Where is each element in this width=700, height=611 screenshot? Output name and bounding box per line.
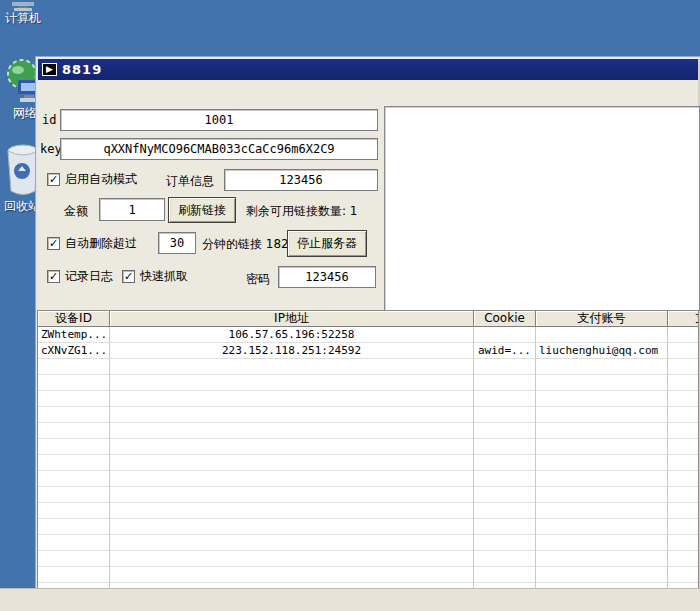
- auto-mode-label: 启用自动模式: [65, 171, 137, 188]
- table-cell: [668, 455, 698, 471]
- table-cell: [474, 423, 536, 439]
- table-cell: [474, 567, 536, 583]
- table-row-empty: [38, 439, 698, 455]
- table-cell: [474, 359, 536, 375]
- table-cell: [668, 359, 698, 375]
- remaining-links-label: 剩余可用链接数量: 1: [246, 203, 358, 220]
- table-cell: [474, 551, 536, 567]
- table-cell: [536, 375, 668, 391]
- table-cell: 223.152.118.251:24592: [110, 343, 474, 359]
- table-cell: [536, 487, 668, 503]
- checkbox-check-icon: ✓: [47, 173, 60, 186]
- auto-delete-label: 自动删除超过: [65, 235, 137, 252]
- table-cell: [668, 503, 698, 519]
- id-label: id: [42, 113, 56, 127]
- auto-delete-checkbox[interactable]: ✓ 自动删除超过: [47, 235, 137, 252]
- quick-capture-checkbox[interactable]: ✓ 快速抓取: [122, 268, 188, 285]
- table-cell: [110, 455, 474, 471]
- table-row-empty: [38, 551, 698, 567]
- table-cell: [110, 391, 474, 407]
- table-cell: [474, 407, 536, 423]
- table-cell: [110, 407, 474, 423]
- table-cell: liuchenghui@qq.com: [536, 343, 668, 359]
- table-cell: [668, 551, 698, 567]
- window-client-area: id key ✓ 启用自动模式 订单信息 金额 刷新链接 剩余可用链接数量: 1…: [38, 80, 698, 589]
- amount-input[interactable]: [99, 198, 165, 221]
- table-cell: [38, 567, 110, 583]
- table-cell: [474, 439, 536, 455]
- table-cell: [536, 407, 668, 423]
- table-cell: [536, 359, 668, 375]
- table-cell: [536, 567, 668, 583]
- table-cell: [110, 487, 474, 503]
- table-cell: [536, 391, 668, 407]
- password-label: 密码: [246, 271, 270, 288]
- key-input[interactable]: [60, 138, 378, 160]
- order-info-input[interactable]: [224, 169, 378, 191]
- table-cell: [668, 343, 698, 359]
- table-cell: [668, 567, 698, 583]
- table-cell: [668, 535, 698, 551]
- auto-delete-minutes-input[interactable]: [158, 232, 196, 254]
- table-cell: [38, 391, 110, 407]
- table-cell: [668, 439, 698, 455]
- table-row-empty: [38, 407, 698, 423]
- table-cell: [474, 487, 536, 503]
- refresh-link-button[interactable]: 刷新链接: [168, 197, 236, 223]
- table-cell: [38, 519, 110, 535]
- table-cell: [38, 487, 110, 503]
- table-cell: [536, 551, 668, 567]
- column-header-4[interactable]: 支付: [668, 311, 699, 327]
- table-row[interactable]: cXNvZG1...223.152.118.251:24592awid=...l…: [38, 343, 698, 359]
- column-header-3[interactable]: 支付账号: [536, 311, 668, 327]
- password-input[interactable]: [278, 266, 376, 288]
- table-cell: [38, 423, 110, 439]
- table-cell: [474, 455, 536, 471]
- amount-label: 金额: [64, 203, 88, 220]
- table-cell: [536, 423, 668, 439]
- table-row-empty: [38, 567, 698, 583]
- app-icon: ▶: [42, 63, 57, 76]
- table-body[interactable]: ZWhtemp...106.57.65.196:52258cXNvZG1...2…: [38, 327, 698, 591]
- table-cell: [536, 535, 668, 551]
- table-cell: [536, 519, 668, 535]
- table-cell: [474, 471, 536, 487]
- window-titlebar[interactable]: ▶ 8819: [38, 59, 698, 80]
- table-cell: [38, 503, 110, 519]
- table-cell: [110, 551, 474, 567]
- desktop-icon-computer[interactable]: 计算机: [0, 0, 49, 25]
- table-cell: [536, 327, 668, 343]
- table-row[interactable]: ZWhtemp...106.57.65.196:52258: [38, 327, 698, 343]
- table-cell: [38, 407, 110, 423]
- column-header-0[interactable]: 设备ID: [38, 311, 110, 327]
- table-cell: [536, 439, 668, 455]
- table-row-empty: [38, 519, 698, 535]
- window-title: 8819: [62, 62, 102, 77]
- record-log-checkbox[interactable]: ✓ 记录日志: [47, 268, 113, 285]
- table-cell: [474, 327, 536, 343]
- checkbox-check-icon: ✓: [47, 270, 60, 283]
- auto-delete-suffix-label: 分钟的链接 1825: [202, 236, 296, 253]
- table-row-empty: [38, 471, 698, 487]
- id-input[interactable]: [60, 109, 378, 131]
- table-row-empty: [38, 487, 698, 503]
- auto-mode-checkbox[interactable]: ✓ 启用自动模式: [47, 171, 137, 188]
- table-cell: [38, 551, 110, 567]
- table-cell: [536, 503, 668, 519]
- log-output-area[interactable]: [384, 106, 700, 311]
- table-cell: [474, 535, 536, 551]
- table-cell: awid=...: [474, 343, 536, 359]
- table-cell: [474, 375, 536, 391]
- computer-icon: [8, 0, 38, 9]
- table-cell: [38, 535, 110, 551]
- column-header-2[interactable]: Cookie: [474, 311, 536, 327]
- order-info-label: 订单信息: [166, 173, 214, 190]
- table-cell: [668, 423, 698, 439]
- table-cell: [38, 455, 110, 471]
- table-cell: [110, 503, 474, 519]
- column-header-1[interactable]: IP地址: [110, 311, 474, 327]
- stop-server-button[interactable]: 停止服务器: [287, 230, 367, 257]
- table-header-row: 设备IDIP地址Cookie支付账号支付: [38, 311, 698, 327]
- table-cell: [110, 439, 474, 455]
- table-cell: [110, 471, 474, 487]
